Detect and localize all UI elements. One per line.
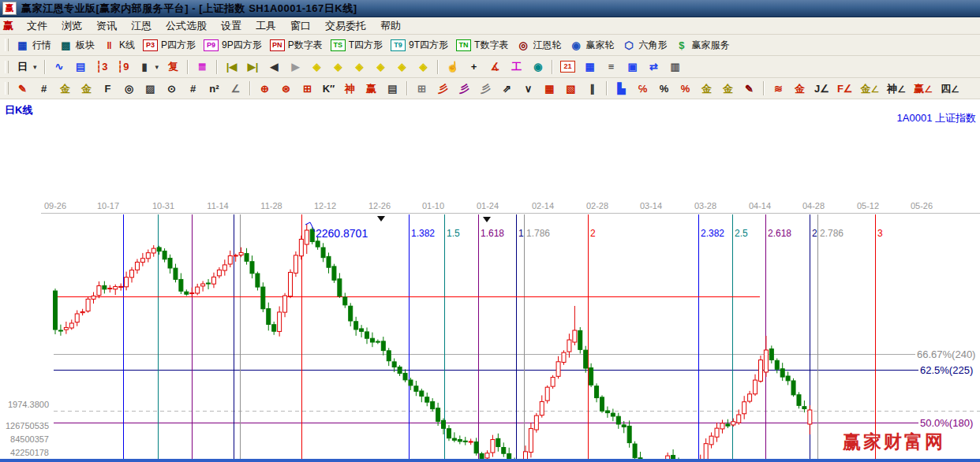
shade-grid-tool[interactable]: ▨ bbox=[140, 80, 161, 97]
grid-2-tool[interactable]: # bbox=[182, 80, 204, 97]
f-grid-tool[interactable]: F bbox=[97, 80, 118, 97]
prev-bar-button[interactable]: ◀ bbox=[264, 58, 285, 75]
diamond-left-button[interactable]: ◈ bbox=[306, 58, 327, 75]
candle-style-dropdown[interactable]: ▮▾ bbox=[134, 58, 163, 75]
fan-box-purple-tool[interactable]: 彡 bbox=[454, 80, 475, 97]
sectors-button[interactable]: ▩板块 bbox=[55, 37, 99, 54]
market-quotes-icon: ▦ bbox=[16, 39, 29, 52]
save-button[interactable]: ▣ bbox=[622, 58, 643, 75]
golden-circle-tool[interactable]: 金 bbox=[696, 80, 717, 97]
p-number-table-button[interactable]: PNP数字表 bbox=[266, 37, 327, 54]
j-angle-tool[interactable]: J∠ bbox=[810, 80, 833, 97]
red-grid-tool[interactable]: ▦ bbox=[539, 80, 560, 97]
k-mark-tool[interactable]: K″ bbox=[318, 80, 339, 97]
fan-box-gray-tool[interactable]: 彡 bbox=[475, 80, 496, 97]
percent-red-tool[interactable]: % bbox=[675, 80, 696, 97]
diamond-expand-button[interactable]: ◈ bbox=[349, 58, 370, 75]
gann-fan-tool[interactable]: 彡 bbox=[432, 80, 454, 97]
diamond-right-button[interactable]: ◈ bbox=[327, 58, 349, 75]
golden-box-tool[interactable]: 金 bbox=[789, 80, 810, 97]
golden-line-tool[interactable]: 金 bbox=[717, 80, 739, 97]
v-lines-tool[interactable]: ∨ bbox=[518, 80, 539, 97]
win-grid-tool[interactable]: 赢 bbox=[361, 80, 382, 97]
menu-item-6[interactable]: 设置 bbox=[214, 18, 249, 33]
first-page-button[interactable]: |◀ bbox=[221, 58, 242, 75]
9t-square-button[interactable]: T99T四方形 bbox=[387, 37, 452, 54]
t-number-table-button[interactable]: TNT数字表 bbox=[452, 37, 512, 54]
next-bar-button[interactable]: ▶ bbox=[285, 58, 306, 75]
kline-button[interactable]: ‖K线 bbox=[99, 37, 139, 54]
overlay-9-icon[interactable]: ┆9 bbox=[113, 58, 134, 75]
trend-chart-icon[interactable]: ∿ bbox=[49, 58, 70, 75]
candle-body bbox=[163, 251, 166, 259]
grid-tool[interactable]: # bbox=[33, 80, 54, 97]
parallel-lines-tool[interactable]: ∥ bbox=[582, 80, 603, 97]
star-wheel-tool[interactable]: ⊛ bbox=[275, 80, 297, 97]
time-circle-tool[interactable]: ⊙ bbox=[161, 80, 182, 97]
menu-item-3[interactable]: 资讯 bbox=[89, 18, 124, 33]
hexagon-button[interactable]: ⬡六角形 bbox=[618, 37, 671, 54]
9p-square-button[interactable]: P99P四方形 bbox=[200, 37, 266, 54]
ruler-123-tool[interactable]: ▤ bbox=[382, 80, 403, 97]
menu-item-4[interactable]: 江恩 bbox=[124, 18, 159, 33]
shen-grid-tool[interactable]: 神 bbox=[339, 80, 361, 97]
angle-line-tool[interactable]: ∠ bbox=[225, 80, 246, 97]
last-page-button[interactable]: ▶| bbox=[242, 58, 264, 75]
brush-tool[interactable]: ✎ bbox=[739, 80, 760, 97]
chart-area[interactable]: 09-2610-1710-3111-1411-2812-1212-2601-10… bbox=[0, 99, 980, 462]
menu-item-10[interactable]: 帮助 bbox=[373, 18, 408, 33]
overlay-3-icon[interactable]: ┆3 bbox=[92, 58, 113, 75]
export-button[interactable]: ⇄ bbox=[643, 58, 664, 75]
percent-line-tool[interactable]: ℅ bbox=[632, 80, 653, 97]
red-grid-arrow-tool[interactable]: ▧ bbox=[560, 80, 582, 97]
square-wheel-tool[interactable]: ⊞ bbox=[297, 80, 318, 97]
shen-angle-tool[interactable]: 神∠ bbox=[883, 80, 910, 97]
notes-button[interactable]: ≡ bbox=[600, 58, 622, 75]
bar-steps-tool[interactable]: ▙ bbox=[611, 80, 632, 97]
calendar-button[interactable]: 21 bbox=[556, 59, 579, 74]
gann-wheel-button[interactable]: ◎江恩轮 bbox=[512, 37, 565, 54]
print-button[interactable]: ▥ bbox=[664, 58, 686, 75]
percent-tool[interactable]: % bbox=[653, 80, 675, 97]
calculator-button[interactable]: ▦ bbox=[579, 58, 600, 75]
box-arrows-tool[interactable]: ⊞ bbox=[411, 80, 432, 97]
cycle-tool-button[interactable]: ◉ bbox=[527, 58, 548, 75]
diamond-compress-button[interactable]: ◈ bbox=[391, 58, 413, 75]
arrow-fan-tool[interactable]: ⇗ bbox=[496, 80, 518, 97]
hand-tool-button[interactable]: ☝ bbox=[442, 58, 463, 75]
angle-measure-button[interactable]: ∡ bbox=[484, 58, 506, 75]
gann-tool-button[interactable]: 工 bbox=[506, 58, 527, 75]
pen-tool[interactable]: ✎ bbox=[12, 80, 33, 97]
circle-target-tool[interactable]: ⊕ bbox=[254, 80, 275, 97]
t-square-button[interactable]: TST四方形 bbox=[327, 37, 387, 54]
menu-item-1[interactable]: 文件 bbox=[20, 18, 54, 33]
toolbar-sep bbox=[406, 81, 408, 95]
restore-rights-icon[interactable]: 复 bbox=[163, 58, 184, 75]
winner-service-button[interactable]: $赢家服务 bbox=[671, 37, 733, 54]
period-day-dropdown[interactable]: 日▾ bbox=[12, 58, 41, 75]
candle-body bbox=[398, 367, 402, 374]
p-square-button[interactable]: P3P四方形 bbox=[139, 37, 200, 54]
wave-tool[interactable]: ≋ bbox=[768, 80, 789, 97]
f-angle-tool[interactable]: F∠ bbox=[833, 80, 857, 97]
menu-item-7[interactable]: 工具 bbox=[249, 18, 283, 33]
menu-item-2[interactable]: 浏览 bbox=[54, 18, 89, 33]
market-quotes-button[interactable]: ▦行情 bbox=[12, 37, 55, 54]
diamond-move-button[interactable]: ◈ bbox=[413, 58, 434, 75]
info-f10-icon[interactable]: ▤ bbox=[70, 58, 92, 75]
winner-wheel-button[interactable]: ◉赢家轮 bbox=[565, 37, 618, 54]
si-angle-tool[interactable]: 四∠ bbox=[937, 80, 963, 97]
n-square-tool[interactable]: n² bbox=[204, 80, 225, 97]
crosshair-tool-button[interactable]: + bbox=[463, 58, 484, 75]
golden-grid-2-tool[interactable]: 金 bbox=[76, 80, 97, 97]
win-angle-tool[interactable]: 赢∠ bbox=[910, 80, 937, 97]
menu-item-8[interactable]: 窗口 bbox=[283, 18, 318, 33]
chip-distribution-icon[interactable]: ≣ bbox=[192, 58, 213, 75]
spiral-tool[interactable]: ◎ bbox=[118, 80, 140, 97]
kline-chart[interactable]: 09-2610-1710-3111-1411-2812-1212-2601-10… bbox=[0, 99, 980, 462]
menu-item-9[interactable]: 交易委托 bbox=[318, 18, 373, 33]
diamond-shrink-button[interactable]: ◈ bbox=[370, 58, 391, 75]
golden-angle-tool[interactable]: 金∠ bbox=[857, 80, 884, 97]
menu-item-5[interactable]: 公式选股 bbox=[159, 18, 214, 33]
golden-grid-tool[interactable]: 金 bbox=[54, 80, 76, 97]
